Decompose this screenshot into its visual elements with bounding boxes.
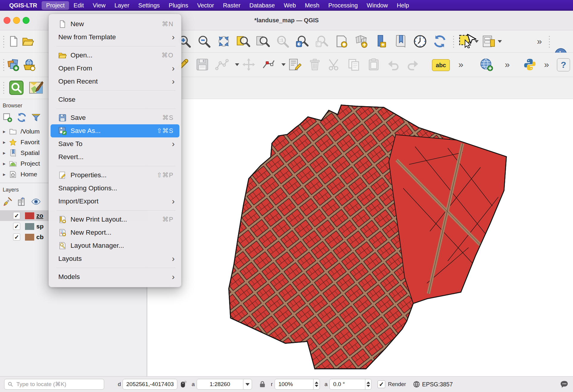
refresh-browser-icon[interactable] (17, 112, 27, 123)
menu-item-revert[interactable]: Revert... (51, 150, 179, 164)
show-spatial-bookmarks-icon[interactable] (394, 35, 407, 48)
coordinate-input[interactable] (123, 381, 177, 388)
menu-item-save[interactable]: Save⌘S (51, 111, 179, 124)
save-edits-icon[interactable] (195, 58, 209, 71)
locator-search[interactable] (4, 379, 104, 390)
menubar-item-plugins[interactable]: Plugins (164, 1, 193, 10)
menubar-item-mesh[interactable]: Mesh (300, 1, 324, 10)
menu-item-new[interactable]: New⌘N (51, 18, 179, 31)
rotation-spin-buttons[interactable] (365, 379, 371, 389)
menubar-item-web[interactable]: Web (279, 1, 300, 10)
zoom-to-layer-icon[interactable] (237, 35, 250, 48)
toolbar-overflow-chevron[interactable]: » (456, 58, 466, 71)
metasearch-icon[interactable] (9, 80, 24, 95)
render-checkbox[interactable]: ✓ (378, 380, 385, 388)
toolbar-overflow-chevron[interactable]: » (541, 58, 552, 71)
locator-input[interactable] (16, 381, 101, 388)
manage-visibility-icon[interactable] (31, 197, 41, 207)
undo-icon[interactable] (386, 58, 400, 71)
open-project-icon[interactable] (22, 35, 34, 47)
menu-item-new-from-template[interactable]: New from Template› (51, 31, 179, 44)
data-source-manager-icon[interactable] (7, 58, 20, 71)
lock-scale-icon[interactable] (259, 380, 266, 388)
disclosure-triangle-icon[interactable]: ▸ (3, 161, 9, 167)
menubar-item-window[interactable]: Window (362, 1, 392, 10)
menu-item-new-report[interactable]: New Report... (51, 226, 179, 239)
zoom-full-extent-icon[interactable] (217, 35, 231, 48)
select-features-by-value-icon[interactable] (482, 35, 496, 48)
refresh-map-icon[interactable] (433, 35, 447, 48)
toolbar-drag-handle[interactable] (2, 58, 5, 71)
scale-input[interactable] (197, 381, 243, 388)
menu-item-import-export[interactable]: Import/Export› (51, 195, 179, 208)
menu-item-save-to[interactable]: Save To› (51, 137, 179, 150)
new-3d-map-view-icon[interactable] (354, 35, 368, 48)
zoom-last-icon[interactable] (295, 35, 309, 48)
paste-features-icon[interactable] (367, 58, 381, 71)
magnifier-spin-buttons[interactable] (313, 379, 320, 389)
vertex-tool-dropdown-caret[interactable] (281, 58, 286, 71)
menu-item-snapping-options[interactable]: Snapping Options... (51, 182, 179, 195)
filter-browser-icon[interactable] (31, 112, 41, 123)
digitize-icon[interactable] (215, 58, 229, 71)
temporal-controller-icon[interactable] (413, 35, 427, 48)
menu-item-open[interactable]: Open...⌘O (51, 49, 179, 62)
toolbar-drag-handle[interactable] (2, 35, 5, 48)
disclosure-triangle-icon[interactable]: ▸ (3, 171, 9, 178)
messages-bubble-icon[interactable] (560, 380, 569, 389)
new-spatial-bookmark-icon[interactable] (374, 35, 388, 48)
select-by-value-dropdown-caret[interactable] (497, 35, 502, 48)
help-icon[interactable]: ? (557, 58, 570, 71)
menu-item-open-from[interactable]: Open From› (51, 62, 179, 75)
menubar-item-help[interactable]: Help (392, 1, 414, 10)
redo-icon[interactable] (406, 58, 420, 71)
layer-visibility-checkbox[interactable]: ✓ (13, 212, 20, 219)
toolbar-overflow-chevron[interactable]: » (502, 58, 512, 71)
magnifier-spinbox[interactable] (275, 379, 320, 390)
add-selected-layer-icon[interactable] (2, 112, 12, 123)
menubar-item-qgis-ltr[interactable]: QGIS-LTR (5, 1, 42, 10)
menubar-item-view[interactable]: View (88, 1, 110, 10)
disclosure-triangle-icon[interactable]: ▸ (3, 128, 9, 135)
move-feature-icon[interactable] (242, 58, 256, 71)
menu-item-close[interactable]: Close (51, 93, 179, 106)
extents-mouse-icon[interactable] (180, 380, 187, 388)
vertex-tool-icon[interactable] (262, 58, 275, 71)
menu-item-layouts[interactable]: Layouts› (51, 252, 179, 265)
coordinate-box[interactable] (123, 379, 177, 390)
add-web-layer-icon[interactable] (480, 58, 493, 71)
menubar-item-processing[interactable]: Processing (324, 1, 362, 10)
zoom-native-icon[interactable]: 1:1 (276, 35, 289, 48)
disclosure-triangle-icon[interactable]: ▸ (3, 150, 9, 156)
python-console-icon[interactable] (523, 58, 537, 71)
cut-features-icon[interactable] (328, 58, 341, 71)
disclosure-triangle-icon[interactable]: ▸ (3, 139, 9, 145)
menu-item-open-recent[interactable]: Open Recent› (51, 75, 179, 88)
menu-item-layout-manager[interactable]: Layout Manager... (51, 239, 179, 252)
map-canvas[interactable] (147, 99, 573, 376)
rotation-input[interactable] (330, 381, 365, 388)
add-layer-archive-icon[interactable] (23, 58, 36, 71)
add-group-icon[interactable] (17, 197, 27, 207)
new-project-icon[interactable] (8, 35, 20, 47)
menubar-item-raster[interactable]: Raster (218, 1, 245, 10)
new-map-view-icon[interactable] (335, 35, 348, 48)
edit-map-plugin-icon[interactable] (29, 80, 43, 95)
toolbar-overflow-chevron[interactable]: » (534, 35, 544, 48)
copy-features-icon[interactable] (347, 58, 361, 71)
layer-visibility-checkbox[interactable]: ✓ (13, 223, 20, 230)
layer-visibility-checkbox[interactable]: ✓ (13, 233, 20, 241)
menubar-item-edit[interactable]: Edit (69, 1, 88, 10)
toolbar-drag-handle[interactable] (2, 81, 5, 94)
scale-combo[interactable] (197, 379, 252, 390)
menubar-item-settings[interactable]: Settings (134, 1, 164, 10)
menu-item-new-print-layout[interactable]: New Print Layout...⌘P (51, 213, 179, 226)
zoom-to-selection-icon[interactable] (256, 35, 270, 48)
menubar-item-project[interactable]: Project (42, 1, 69, 10)
zoom-out-icon[interactable] (197, 35, 211, 48)
toolbar-drag-handle[interactable] (452, 35, 455, 48)
menu-item-save-as[interactable]: Save As...⇧⌘S (51, 124, 179, 137)
labels-abc-icon[interactable]: abc (432, 59, 450, 71)
delete-selected-icon[interactable] (308, 58, 322, 71)
zoom-next-icon[interactable] (315, 35, 329, 48)
